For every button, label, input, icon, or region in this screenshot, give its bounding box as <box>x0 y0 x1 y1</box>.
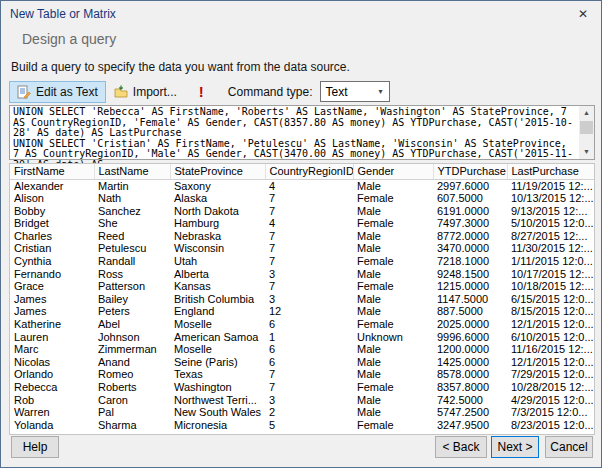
table-row[interactable]: NicolasAnandSeine (Paris)6Male1425.00001… <box>10 356 595 369</box>
cell-gender: Male <box>353 205 433 218</box>
table-row[interactable]: LaurenJohnsonAmerican Samoa1Unknown9996.… <box>10 331 595 344</box>
query-text-editor[interactable]: UNION SELECT 'Rebecca' AS FirstName, 'Ro… <box>9 105 595 160</box>
table-row[interactable]: MarcZimmermanMoselle6Male1200.000011/16/… <box>10 343 595 356</box>
cell-countryregionid: 6 <box>265 343 353 356</box>
table-row[interactable]: JamesBaileyBritish Columbia3Male1147.500… <box>10 293 595 306</box>
close-icon[interactable]: ✕ <box>567 3 599 25</box>
cell-ytdpurchase: 3247.9500 <box>433 419 507 432</box>
cell-gender: Unknown <box>353 331 433 344</box>
edit-as-text-icon <box>17 85 31 99</box>
cell-firstname: Cristian <box>10 242 94 255</box>
scrollbar-thumb[interactable] <box>580 121 593 134</box>
column-header-lastname[interactable]: LastName <box>94 164 170 179</box>
column-header-lastpurchase[interactable]: LastPurchase <box>507 164 595 179</box>
results-tbody: AlexanderMartinSaxony4Male2997.600011/19… <box>10 179 595 431</box>
import-label: Import... <box>133 85 177 99</box>
scroll-down-icon[interactable]: ▼ <box>579 145 594 159</box>
cancel-button[interactable]: Cancel <box>545 436 593 458</box>
run-query-icon[interactable]: ! <box>199 85 204 99</box>
scroll-up-icon[interactable]: ▲ <box>579 106 594 120</box>
cell-lastname: Pal <box>94 406 170 419</box>
cell-gender: Female <box>353 381 433 394</box>
table-row[interactable]: FernandoRossAlberta3Male9248.150010/17/2… <box>10 268 595 281</box>
cell-countryregionid: 3 <box>265 394 353 407</box>
table-row[interactable]: JamesPetersEngland12Male887.50008/15/201… <box>10 305 595 318</box>
query-scrollbar[interactable]: ▲ ▼ <box>579 106 594 159</box>
table-row[interactable]: RebeccaRobertsWashington7Female8357.8000… <box>10 381 595 394</box>
cell-lastpurchase: 4/29/2015 12:0... <box>507 394 595 407</box>
table-row[interactable]: BridgetSheHamburg4Female7497.30005/10/20… <box>10 217 595 230</box>
cell-gender: Male <box>353 305 433 318</box>
cell-lastpurchase: 12/1/2015 12:0... <box>507 356 595 369</box>
cell-lastname: Anand <box>94 356 170 369</box>
cell-lastpurchase: 7/3/2015 12:0... <box>507 406 595 419</box>
cell-firstname: Warren <box>10 406 94 419</box>
query-text[interactable]: UNION SELECT 'Rebecca' AS FirstName, 'Ro… <box>13 107 576 171</box>
table-row[interactable]: CristianPetulescuWisconsin7Male3470.0000… <box>10 242 595 255</box>
cell-countryregionid: 1 <box>265 331 353 344</box>
cell-lastpurchase: 7/29/2015 12:0... <box>507 368 595 381</box>
column-header-ytdpurchase[interactable]: YTDPurchase <box>433 164 507 179</box>
table-row[interactable]: YolandaSharmaMicronesia5Female3247.95008… <box>10 419 595 432</box>
cell-lastname: Roberts <box>94 381 170 394</box>
table-row[interactable]: KatherineAbelMoselle6Female2025.000012/1… <box>10 318 595 331</box>
help-button[interactable]: Help <box>11 436 59 458</box>
cell-gender: Male <box>353 368 433 381</box>
cell-countryregionid: 6 <box>265 318 353 331</box>
cell-countryregionid: 5 <box>265 419 353 432</box>
table-row[interactable]: AlexanderMartinSaxony4Male2997.600011/19… <box>10 179 595 192</box>
cell-gender: Female <box>353 217 433 230</box>
cell-stateprovince: Moselle <box>170 343 265 356</box>
cell-firstname: Nicolas <box>10 356 94 369</box>
table-row[interactable]: WarrenPalNew South Wales2Male5747.25007/… <box>10 406 595 419</box>
table-row[interactable]: BobbySanchezNorth Dakota7Male6191.00009/… <box>10 205 595 218</box>
cell-lastpurchase: 6/10/2015 12:0... <box>507 331 595 344</box>
cell-ytdpurchase: 1425.0000 <box>433 356 507 369</box>
cell-firstname: Marc <box>10 343 94 356</box>
cell-stateprovince: Seine (Paris) <box>170 356 265 369</box>
cell-ytdpurchase: 3470.0000 <box>433 242 507 255</box>
cell-gender: Female <box>353 255 433 268</box>
cell-ytdpurchase: 7218.1000 <box>433 255 507 268</box>
column-header-gender[interactable]: Gender <box>353 164 433 179</box>
cell-lastpurchase: 8/23/2015 12:0... <box>507 419 595 432</box>
cell-stateprovince: Northwest Terri... <box>170 394 265 407</box>
cell-stateprovince: Micronesia <box>170 419 265 432</box>
cell-countryregionid: 4 <box>265 217 353 230</box>
table-row[interactable]: CharlesReedNebraska7Male8772.00008/27/20… <box>10 230 595 243</box>
table-row[interactable]: OrlandoRomeoTexas7Male8578.00007/29/2015… <box>10 368 595 381</box>
import-button[interactable]: Import... <box>106 81 185 103</box>
table-row[interactable]: RobCaronNorthwest Terri...3Male742.50004… <box>10 394 595 407</box>
cell-firstname: Bobby <box>10 205 94 218</box>
cell-firstname: Katherine <box>10 318 94 331</box>
cell-countryregionid: 12 <box>265 305 353 318</box>
cell-stateprovince: New South Wales <box>170 406 265 419</box>
cell-countryregionid: 7 <box>265 280 353 293</box>
table-row[interactable]: AlisonNathAlaska7Female607.500010/13/201… <box>10 192 595 205</box>
cell-countryregionid: 2 <box>265 406 353 419</box>
cell-stateprovince: Alberta <box>170 268 265 281</box>
table-row[interactable]: CynthiaRandallUtah7Female7218.10001/11/2… <box>10 255 595 268</box>
column-header-countryregionid[interactable]: CountryRegionID <box>265 164 353 179</box>
edit-as-text-button[interactable]: Edit as Text <box>9 81 106 103</box>
cell-firstname: Fernando <box>10 268 94 281</box>
back-button[interactable]: < Back <box>435 436 487 458</box>
cell-countryregionid: 4 <box>265 179 353 192</box>
column-header-stateprovince[interactable]: StateProvince <box>170 164 265 179</box>
command-type-value: Text <box>326 85 348 99</box>
column-header-firstname[interactable]: FirstName <box>10 164 94 179</box>
cell-lastpurchase: 8/27/2015 12:... <box>507 230 595 243</box>
cell-gender: Male <box>353 394 433 407</box>
edit-as-text-label: Edit as Text <box>36 85 98 99</box>
command-type-select[interactable]: Text ▾ <box>320 81 390 102</box>
cell-firstname: Cynthia <box>10 255 94 268</box>
cell-lastname: Johnson <box>94 331 170 344</box>
cell-countryregionid: 7 <box>265 192 353 205</box>
cell-gender: Male <box>353 268 433 281</box>
next-button[interactable]: Next > <box>491 436 539 458</box>
table-row[interactable]: GracePattersonKansas7Female1215.000010/1… <box>10 280 595 293</box>
cell-lastname: Nath <box>94 192 170 205</box>
cell-lastname: Sharma <box>94 419 170 432</box>
cell-lastname: Reed <box>94 230 170 243</box>
cell-lastname: Randall <box>94 255 170 268</box>
